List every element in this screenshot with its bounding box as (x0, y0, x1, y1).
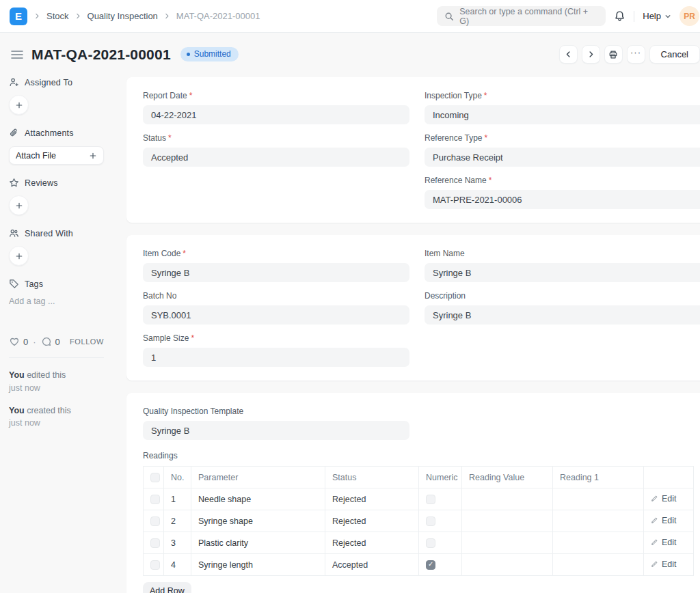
search-placeholder: Search or type a command (Ctrl + G) (459, 7, 598, 26)
search-input[interactable]: Search or type a command (Ctrl + G) (437, 6, 606, 26)
pencil-icon (651, 560, 658, 568)
reading-1-cell[interactable] (553, 510, 644, 532)
row-select-checkbox[interactable] (150, 516, 160, 526)
navbar-right: Search or type a command (Ctrl + G) Help… (437, 6, 690, 26)
required-asterisk: * (183, 249, 186, 258)
table-header-row: No. Parameter Status Numeric Reading Val… (144, 467, 694, 488)
numeric-checkbox[interactable] (426, 495, 435, 504)
quality-inspection-template-input[interactable]: Syringe B (143, 421, 409, 440)
reading-1-cell[interactable] (553, 554, 644, 576)
row-select-checkbox[interactable] (150, 495, 160, 504)
row-select-checkbox[interactable] (150, 538, 160, 548)
numeric-checkbox[interactable] (426, 516, 435, 526)
field-status: Status* Accepted (143, 133, 409, 167)
description-input[interactable]: Syringe B (425, 305, 700, 325)
edit-row-button[interactable]: Edit (651, 494, 677, 504)
status-input[interactable]: Accepted (143, 148, 409, 167)
field-reference-name: Reference Name* MAT-PRE-2021-00006 (425, 176, 700, 209)
breadcrumb-separator-icon (164, 13, 170, 19)
attach-file-button[interactable]: Attach File (9, 146, 104, 165)
user-avatar[interactable]: PR (679, 6, 699, 26)
sidebar-toggle-icon[interactable] (11, 50, 23, 59)
status-cell[interactable]: Accepted (325, 554, 419, 576)
report-date-input[interactable]: 04-22-2021 (143, 105, 409, 124)
breadcrumb-item-stock[interactable]: Stock (46, 11, 69, 21)
batch-no-input[interactable]: SYB.0001 (143, 305, 409, 325)
app-logo[interactable]: E (10, 8, 27, 25)
parameter-cell[interactable]: Needle shape (191, 488, 325, 510)
add-share-button[interactable] (9, 246, 29, 266)
reviews-label: Reviews (25, 178, 58, 188)
field-inspection-type: Inspection Type* Incoming (425, 91, 700, 124)
select-all-checkbox[interactable] (150, 473, 160, 482)
column-header-no: No. (164, 467, 191, 488)
activity-entry: You created this just now (9, 404, 104, 430)
item-code-label: Item Code (143, 249, 180, 258)
notifications-bell-icon[interactable] (614, 10, 625, 22)
breadcrumb-separator-icon (34, 13, 40, 19)
sidebar-section-shared-with: Shared With (9, 228, 104, 266)
reading-value-cell[interactable] (462, 532, 553, 554)
activity-actor: You (9, 370, 25, 380)
required-asterisk: * (191, 333, 194, 343)
inspection-type-label: Inspection Type (425, 91, 482, 100)
parameter-cell[interactable]: Plastic clarity (191, 532, 325, 554)
follow-button[interactable]: FOLLOW (70, 337, 104, 346)
row-select-checkbox[interactable] (150, 560, 160, 570)
sample-size-input[interactable]: 1 (143, 348, 409, 367)
reading-value-cell[interactable] (462, 510, 553, 532)
comment-icon[interactable] (41, 336, 52, 347)
field-batch-no: Batch No* SYB.0001 (143, 291, 409, 325)
like-count: 0 (23, 337, 28, 347)
print-button[interactable] (604, 45, 623, 64)
required-asterisk: * (189, 91, 193, 100)
reading-value-cell[interactable] (462, 488, 553, 510)
add-tag-input[interactable]: Add a tag ... (9, 296, 104, 306)
item-code-input[interactable]: Syringe B (143, 263, 409, 282)
next-document-button[interactable] (582, 45, 600, 64)
item-name-input[interactable]: Syringe B (425, 263, 700, 282)
breadcrumb-item-current[interactable]: MAT-QA-2021-00001 (176, 11, 260, 21)
heart-icon[interactable] (9, 336, 20, 347)
reference-name-input[interactable]: MAT-PRE-2021-00006 (425, 190, 700, 209)
add-row-button[interactable]: Add Row (143, 582, 191, 593)
inspection-type-input[interactable]: Incoming (425, 105, 700, 124)
parameter-cell[interactable]: Syringe shape (191, 510, 325, 532)
activity-action: edited this (27, 370, 66, 380)
reading-value-cell[interactable] (462, 554, 553, 576)
numeric-checkbox[interactable] (426, 538, 435, 548)
edit-row-button[interactable]: Edit (651, 560, 677, 569)
status-cell[interactable]: Rejected (325, 510, 419, 532)
parameter-cell[interactable]: Syringe length (191, 554, 325, 576)
table-row: 2 Syringe shape Rejected Edit (144, 510, 694, 532)
status-badge: Submitted (180, 47, 239, 61)
prev-document-button[interactable] (559, 45, 578, 64)
field-reference-type: Reference Type* Purchase Receipt (425, 133, 700, 167)
cancel-button[interactable]: Cancel (649, 45, 700, 64)
numeric-checkbox[interactable] (426, 560, 435, 570)
pencil-icon (651, 538, 658, 546)
help-menu[interactable]: Help (643, 11, 671, 21)
reading-1-cell[interactable] (553, 488, 644, 510)
edit-row-button[interactable]: Edit (651, 538, 677, 547)
row-index[interactable]: 1 (164, 488, 191, 510)
reference-type-input[interactable]: Purchase Receipt (425, 148, 700, 167)
add-review-button[interactable] (9, 195, 29, 215)
edit-row-button[interactable]: Edit (651, 516, 677, 525)
chevron-down-icon (664, 13, 671, 20)
status-cell[interactable]: Rejected (325, 488, 419, 510)
breadcrumb-item-quality-inspection[interactable]: Quality Inspection (88, 11, 158, 21)
avatar-initials: PR (684, 12, 695, 21)
content: Assigned To Attachments Attach File Revi… (0, 73, 700, 593)
row-index[interactable]: 4 (164, 554, 191, 576)
row-index[interactable]: 2 (164, 510, 191, 532)
required-asterisk: * (484, 91, 487, 100)
sidebar-section-attachments: Attachments Attach File (9, 128, 104, 165)
reading-1-cell[interactable] (553, 532, 644, 554)
form-section-inspection: Report Date* 04-22-2021 Status* Accepted… (126, 77, 700, 223)
activity-entry: You edited this just now (9, 369, 104, 395)
more-menu-button[interactable]: ··· (627, 45, 645, 64)
row-index[interactable]: 3 (164, 532, 191, 554)
add-assignment-button[interactable] (9, 95, 29, 115)
status-cell[interactable]: Rejected (325, 532, 419, 554)
